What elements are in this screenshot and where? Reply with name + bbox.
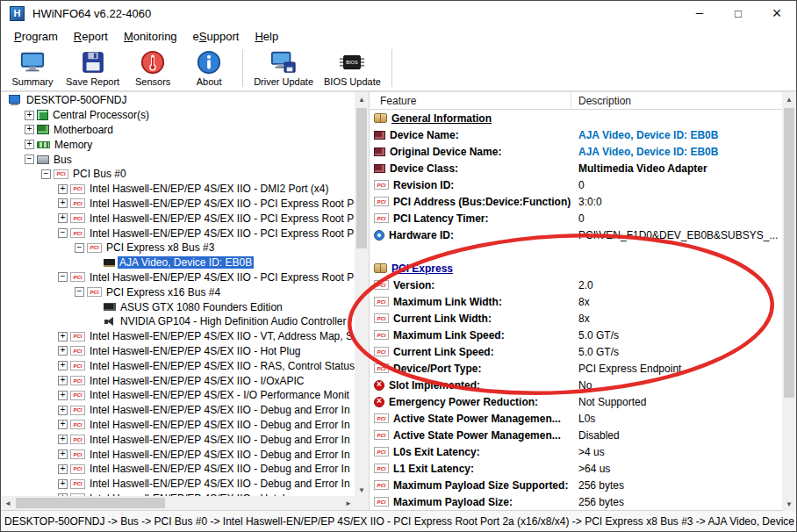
collapse-minus-icon[interactable]: − bbox=[41, 169, 51, 179]
details-row[interactable]: Current Link Width:8x bbox=[370, 310, 783, 327]
tree-item[interactable]: −Intel Haswell-EN/EP/EP 4S/EX IIO - PCI … bbox=[1, 226, 355, 241]
details-row[interactable]: Emergency Power Reduction:Not Supported bbox=[370, 393, 783, 410]
tree-item[interactable]: −Bus bbox=[1, 152, 355, 167]
tree-item[interactable]: −PCI Express x16 Bus #4 bbox=[1, 284, 355, 299]
expand-plus-icon[interactable]: + bbox=[58, 406, 68, 415]
tree-item[interactable]: +Motherboard bbox=[1, 123, 355, 138]
scrollbar-thumb[interactable] bbox=[356, 108, 367, 248]
tree-item[interactable]: +Intel Haswell-EN/EP/EP 4S/EX IIO - Debu… bbox=[1, 418, 355, 433]
tree-item[interactable]: NVIDIA GP104 - High Definition Audio Con… bbox=[1, 314, 355, 329]
expand-plus-icon[interactable]: + bbox=[58, 420, 68, 429]
details-row[interactable]: Device Class:Multimedia Video Adapter bbox=[370, 160, 783, 176]
details-row[interactable]: Slot Implemented:No bbox=[370, 377, 783, 393]
sensors-button[interactable]: Sensors bbox=[125, 46, 181, 90]
tree-item[interactable]: +Intel Haswell-EN/EP/EP 4S/EX IIO - Debu… bbox=[1, 447, 355, 462]
details-vertical-scrollbar[interactable] bbox=[782, 92, 796, 511]
menu-esupport[interactable]: eSupport bbox=[185, 28, 248, 45]
save-report-button[interactable]: Save Report bbox=[61, 46, 125, 90]
expand-plus-icon[interactable]: + bbox=[58, 332, 68, 341]
tree-item[interactable]: +Intel Haswell-EN/EP/EP 4S/EX IIO - Hot … bbox=[1, 344, 355, 359]
expand-plus-icon[interactable]: + bbox=[58, 449, 68, 459]
tree-item[interactable]: +Intel Haswell-EN/EP/EP 4S/EX IIO - I/Ox… bbox=[1, 373, 355, 388]
expand-plus-icon[interactable]: + bbox=[58, 361, 68, 370]
tree-item[interactable]: −PCI Bus #0 bbox=[1, 167, 355, 182]
expand-plus-icon[interactable]: + bbox=[58, 376, 68, 385]
description-column-header[interactable]: Description bbox=[571, 92, 783, 109]
details-row[interactable]: Version:2.0 bbox=[370, 277, 783, 293]
about-button[interactable]: About bbox=[181, 46, 237, 90]
details-row[interactable]: Active State Power Managemen...Disabled bbox=[370, 427, 783, 443]
tree-item[interactable]: +Intel Haswell-EN/EP/EP 4S/EX IIO - PCI … bbox=[1, 197, 355, 212]
tree-item[interactable]: +Intel Haswell-EN/EP/EP 4S/EX - I/O Perf… bbox=[1, 388, 355, 403]
menu-monitoring[interactable]: Monitoring bbox=[116, 28, 185, 45]
details-row[interactable]: Active State Power Managemen...L0s bbox=[370, 410, 783, 427]
details-row[interactable]: PCI Address (Bus:Device:Function) Nu...3… bbox=[370, 193, 783, 210]
tree-item-selected[interactable]: AJA Video, Device ID: EB0B bbox=[1, 255, 355, 270]
tree-item[interactable]: +Central Processor(s) bbox=[1, 108, 355, 123]
tree-item[interactable]: +Intel Haswell-EN/EP/EP 4S/EX IIO - DMI2… bbox=[1, 182, 355, 197]
menu-report[interactable]: Report bbox=[66, 28, 116, 45]
tree-horizontal-scrollbar[interactable] bbox=[1, 496, 355, 510]
details-row[interactable]: Original Device Name:AJA Video, Device I… bbox=[370, 143, 783, 160]
feature-column-header[interactable]: Feature bbox=[370, 92, 571, 109]
details-row[interactable]: Maximum Link Width:8x bbox=[370, 293, 783, 310]
expand-plus-icon[interactable]: + bbox=[58, 213, 68, 223]
tree-item[interactable]: +Intel Haswell-EN/EP/EP 4S/EX IIO - Debu… bbox=[1, 432, 355, 447]
tree-item[interactable]: +Intel Haswell-EN/EP/EP 4S/EX IIO - VT, … bbox=[1, 329, 355, 344]
details-row[interactable]: PCI Latency Timer:0 bbox=[370, 210, 783, 226]
menu-program[interactable]: Program bbox=[6, 28, 66, 45]
tree-item[interactable]: −Intel Haswell-EN/EP/EP 4S/EX IIO - PCI … bbox=[1, 270, 355, 285]
scrollbar-thumb[interactable] bbox=[16, 498, 165, 508]
summary-button[interactable]: Summary bbox=[4, 46, 61, 90]
expand-plus-icon[interactable]: + bbox=[25, 125, 34, 134]
expand-plus-icon[interactable]: + bbox=[25, 111, 34, 120]
expand-plus-icon[interactable]: + bbox=[58, 184, 68, 194]
maximize-button[interactable] bbox=[719, 1, 758, 26]
details-row[interactable]: Maximum Payload Size Supported:256 bytes bbox=[370, 477, 783, 493]
tree-vertical-scrollbar[interactable] bbox=[355, 92, 369, 497]
details-row[interactable]: Maximum Link Speed:5.0 GT/s bbox=[370, 327, 783, 343]
collapse-minus-icon[interactable]: − bbox=[75, 287, 84, 297]
expand-plus-icon[interactable]: + bbox=[58, 435, 68, 444]
collapse-minus-icon[interactable]: − bbox=[58, 272, 68, 282]
details-section-row[interactable]: PCI Express bbox=[370, 260, 783, 277]
details-row[interactable]: Hardware ID:PCI\VEN_F1D0&DEV_EB0B&SUBSYS… bbox=[370, 226, 783, 243]
minimize-button[interactable] bbox=[680, 1, 719, 26]
scroll-right-icon[interactable] bbox=[341, 496, 355, 510]
details-row[interactable]: Current Link Speed:5.0 GT/s bbox=[370, 343, 783, 360]
scroll-up-icon[interactable] bbox=[355, 92, 369, 106]
expand-plus-icon[interactable]: + bbox=[58, 479, 68, 489]
scroll-left-icon[interactable] bbox=[1, 496, 15, 510]
expand-plus-icon[interactable]: + bbox=[58, 198, 68, 208]
details-row[interactable]: Maximum Payload Size:256 bytes bbox=[370, 493, 783, 510]
expand-plus-icon[interactable]: + bbox=[58, 464, 68, 474]
close-button[interactable] bbox=[758, 1, 796, 26]
details-row[interactable]: Device Name:AJA Video, Device ID: EB0B bbox=[370, 126, 783, 143]
tree-item[interactable]: +Intel Haswell-EN/EP/EP 4S/EX IIO - Debu… bbox=[1, 477, 355, 492]
tree-item[interactable]: DESKTOP-50OFNDJ bbox=[1, 93, 355, 108]
collapse-minus-icon[interactable]: − bbox=[58, 228, 68, 238]
details-row[interactable]: Revision ID:0 bbox=[370, 176, 783, 193]
menu-help[interactable]: Help bbox=[247, 28, 286, 45]
scroll-up-icon[interactable] bbox=[782, 92, 796, 106]
collapse-minus-icon[interactable]: − bbox=[75, 243, 84, 253]
tree-item[interactable]: +Memory bbox=[1, 137, 355, 152]
tree-item[interactable]: +Intel Haswell-EN/EP/EP 4S/EX IIO - RAS,… bbox=[1, 358, 355, 373]
tree-item[interactable]: +Intel Haswell-EN/EP/EP 4S/EX IIO - PCI … bbox=[1, 211, 355, 226]
details-row[interactable]: Device/Port Type:PCI Express Endpoint bbox=[370, 360, 783, 377]
scrollbar-thumb[interactable] bbox=[784, 108, 794, 398]
tree-item[interactable]: +Intel Haswell-EN/EP/EP 4S/EX IIO - Debu… bbox=[1, 462, 355, 477]
expand-plus-icon[interactable]: + bbox=[25, 140, 34, 149]
driver-update-button[interactable]: Driver Update bbox=[248, 46, 319, 90]
details-row[interactable]: L0s Exit Latency:>4 us bbox=[370, 443, 783, 460]
scroll-down-icon[interactable] bbox=[355, 483, 369, 497]
collapse-minus-icon[interactable]: − bbox=[25, 155, 34, 164]
expand-plus-icon[interactable]: + bbox=[58, 391, 68, 400]
details-section-row[interactable]: General Information bbox=[370, 110, 783, 126]
tree-item[interactable]: ASUS GTX 1080 Founders Edition bbox=[1, 299, 355, 314]
tree-item[interactable]: +Intel Haswell-EN/EP/EP 4S/EX IIO - Debu… bbox=[1, 403, 355, 418]
tree-item[interactable]: −PCI Express x8 Bus #3 bbox=[1, 241, 355, 255]
expand-plus-icon[interactable]: + bbox=[58, 346, 68, 356]
bios-update-button[interactable]: BIOS BIOS Update bbox=[319, 46, 386, 90]
details-row[interactable]: L1 Exit Latency:>64 us bbox=[370, 460, 783, 477]
